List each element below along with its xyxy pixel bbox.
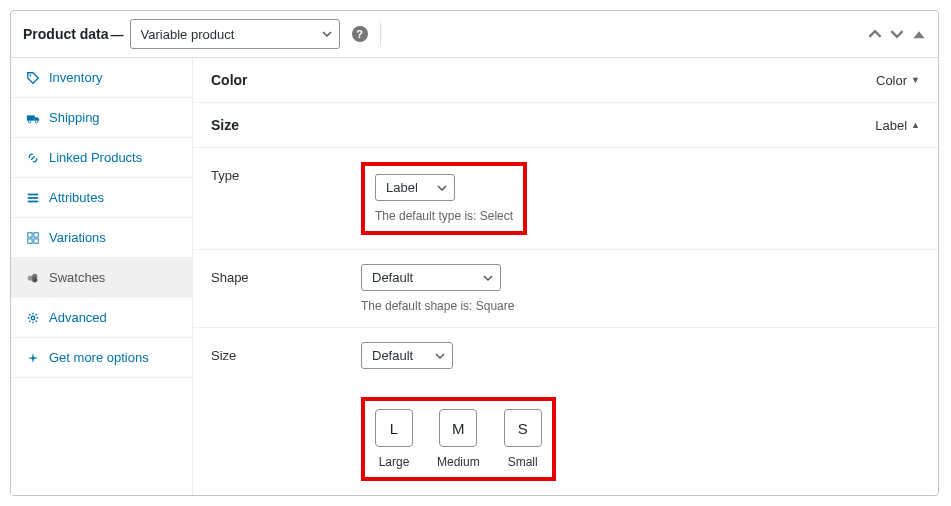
field-label: Size [211,342,361,369]
field-label: Type [211,162,361,235]
svg-point-0 [30,74,32,76]
panel-title: Product data [23,26,109,42]
svg-rect-4 [28,193,39,195]
svg-rect-9 [28,238,32,242]
sidebar-item-label: Attributes [49,190,104,205]
swatch-label: Small [508,455,538,469]
size-select[interactable]: Default [361,342,453,369]
panel-up-icon[interactable] [868,27,882,41]
shape-select[interactable]: Default [361,264,501,291]
separator [380,23,381,45]
attribute-row-size[interactable]: Size Label ▲ [193,103,938,148]
attribute-row-color[interactable]: Color Color ▼ [193,58,938,103]
svg-point-3 [35,120,38,123]
sidebar-item-label: Get more options [49,350,149,365]
field-hint: The default type is: Select [375,209,513,223]
sidebar: Inventory Shipping Linked Products Attri… [11,58,193,495]
truck-icon [25,111,41,125]
sidebar-item-shipping[interactable]: Shipping [11,98,192,138]
tag-icon [25,71,41,85]
grid-icon [25,231,41,245]
svg-point-13 [32,277,37,282]
field-row-size: Size Default [193,328,938,383]
swatches-icon [25,271,41,285]
product-type-select[interactable]: Variable product [130,19,340,49]
sidebar-item-label: Swatches [49,270,105,285]
panel-down-icon[interactable] [890,27,904,41]
svg-rect-5 [28,197,39,199]
svg-rect-6 [28,200,39,202]
panel-header: Product data — Variable product ? [11,11,938,58]
swatch-box[interactable]: M [439,409,477,447]
triangle-up-icon: ▲ [911,120,920,130]
type-select[interactable]: Label [375,174,455,201]
swatch-box[interactable]: L [375,409,413,447]
title-dash: — [111,27,124,42]
field-label: Shape [211,264,361,313]
sidebar-item-get-more-options[interactable]: Get more options [11,338,192,378]
highlight-box: Label The default type is: Select [361,162,527,235]
link-icon [25,151,41,165]
swatch-box[interactable]: S [504,409,542,447]
svg-rect-1 [27,115,35,120]
sparkle-icon [25,351,41,365]
sidebar-item-advanced[interactable]: Advanced [11,298,192,338]
attribute-name: Color [211,72,248,88]
panel-header-controls [868,27,926,41]
attribute-meta: Color ▼ [876,73,920,88]
sidebar-item-label: Linked Products [49,150,142,165]
swatch-item-small: S Small [504,409,542,469]
panel-collapse-icon[interactable] [912,27,926,41]
field-hint: The default shape is: Square [361,299,920,313]
svg-rect-7 [28,232,32,236]
sidebar-item-label: Advanced [49,310,107,325]
sidebar-item-variations[interactable]: Variations [11,218,192,258]
field-row-type: Type Label The default type is: Select [193,148,938,250]
attribute-name: Size [211,117,239,133]
svg-rect-10 [34,238,38,242]
swatch-preview-row: L Large M Medium S Small [193,383,938,495]
field-row-shape: Shape Default The default shape is: Squa… [193,250,938,328]
swatch-item-large: L Large [375,409,413,469]
content: Color Color ▼ Size Label ▲ Type [193,58,938,495]
svg-point-14 [31,316,35,320]
sidebar-item-label: Shipping [49,110,100,125]
highlight-box: L Large M Medium S Small [361,397,556,481]
sidebar-item-attributes[interactable]: Attributes [11,178,192,218]
product-data-panel: Product data — Variable product ? Invent… [10,10,939,496]
attribute-meta: Label ▲ [875,118,920,133]
sidebar-item-linked-products[interactable]: Linked Products [11,138,192,178]
sidebar-item-label: Inventory [49,70,102,85]
swatch-label: Medium [437,455,480,469]
triangle-down-icon: ▼ [911,75,920,85]
sidebar-item-swatches[interactable]: Swatches [11,258,192,298]
sidebar-item-label: Variations [49,230,106,245]
gear-icon [25,311,41,325]
sidebar-item-inventory[interactable]: Inventory [11,58,192,98]
list-icon [25,191,41,205]
swatch-item-medium: M Medium [437,409,480,469]
swatch-label: Large [379,455,410,469]
svg-point-2 [28,120,31,123]
svg-rect-8 [34,232,38,236]
help-icon[interactable]: ? [352,26,368,42]
